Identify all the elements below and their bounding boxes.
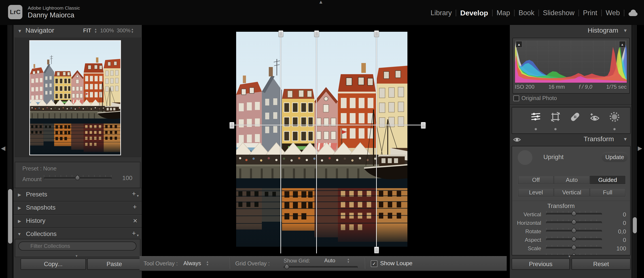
navigator-disclosure-icon[interactable]: ▼ [18, 28, 22, 34]
guide-handle[interactable] [314, 30, 319, 37]
tool-overlay-value[interactable]: Always [183, 260, 201, 267]
healing-tool-icon[interactable] [570, 111, 580, 122]
collections-add-menu-icon[interactable]: ▾ [137, 233, 139, 238]
filter-collections-input[interactable] [18, 242, 136, 251]
collections-disclosure-icon[interactable]: ▼ [17, 232, 22, 237]
upright-vertical-button[interactable]: Vertical [554, 188, 590, 197]
presets-add-menu-icon[interactable]: ▾ [137, 194, 139, 198]
navigator-zoom-stepper-icon[interactable]: ▴▾ [132, 27, 133, 33]
left-panel-scrollbar[interactable] [8, 189, 12, 244]
show-loupe-label[interactable]: Show Loupe [380, 260, 412, 267]
navigator-preview-box [15, 37, 141, 157]
navigator-zoom-100[interactable]: 100% [100, 27, 114, 34]
slider-value[interactable]: 0 [606, 237, 626, 244]
guide-handle[interactable] [230, 122, 234, 129]
sidebar-section-history[interactable]: ▶ History ✕ [14, 215, 142, 228]
module-library[interactable]: Library [427, 9, 456, 17]
left-panel-bottom-collapse-icon[interactable]: ▾ [76, 254, 78, 258]
sidebar-section-presets[interactable]: ▶ Presets + ▾ [14, 189, 142, 201]
history-disclosure-icon[interactable]: ▶ [18, 219, 21, 224]
guide-vertical-1[interactable] [280, 33, 281, 254]
snapshots-add-icon[interactable]: + [133, 203, 137, 211]
guide-handle[interactable] [278, 30, 283, 37]
guide-horizontal-1[interactable] [232, 125, 424, 125]
guide-handle[interactable] [374, 247, 379, 254]
history-clear-icon[interactable]: ✕ [133, 218, 138, 224]
collections-content-box [15, 239, 140, 257]
previous-button[interactable]: Previous [512, 259, 570, 270]
histogram-plot[interactable]: ▲ ▲ [515, 40, 627, 83]
navigator-fit-stepper-icon[interactable]: ▴▾ [95, 27, 96, 33]
cloud-sync-icon[interactable] [628, 9, 638, 17]
basic-adjustments-tool-icon[interactable] [530, 111, 541, 122]
original-photo-checkbox[interactable] [514, 95, 519, 101]
update-button[interactable]: Update [602, 152, 628, 162]
module-print[interactable]: Print [579, 9, 601, 17]
histogram-disclosure-icon[interactable]: ▼ [623, 28, 628, 33]
upright-type-group: Level Vertical Full [518, 188, 626, 197]
upright-off-button[interactable]: Off [518, 175, 554, 184]
shadow-clipping-indicator[interactable]: ▲ [516, 41, 522, 47]
module-book[interactable]: Book [514, 9, 538, 17]
presets-add-icon[interactable]: + [132, 190, 136, 198]
tool-overlay-stepper-icon[interactable]: ▴▾ [206, 260, 208, 266]
masking-tool-icon[interactable] [609, 111, 620, 122]
upright-level-button[interactable]: Level [518, 188, 554, 197]
upright-tool-button[interactable] [518, 150, 532, 165]
red-eye-tool-icon[interactable] [590, 111, 600, 122]
right-panel-scrollbar[interactable] [633, 217, 637, 233]
module-develop[interactable]: Develop [456, 9, 492, 17]
transform-enable-eye-icon[interactable] [513, 137, 521, 143]
right-panel-grip[interactable] [632, 25, 637, 278]
crop-tool-icon[interactable] [550, 111, 561, 122]
right-panel-bottom-collapse-icon[interactable]: ▾ [568, 254, 570, 259]
preset-amount-box: Preset : None Amount 100 [15, 162, 140, 188]
top-panel-reveal-icon[interactable]: ▲ [318, 0, 323, 5]
sidebar-section-snapshots[interactable]: ▶ Snapshots + [14, 202, 142, 214]
module-picker: Library Develop Map Book Slideshow Print… [427, 7, 638, 18]
left-panel-collapse-icon[interactable]: ◀ [1, 145, 5, 152]
guide-handle[interactable] [374, 30, 379, 37]
snapshots-disclosure-icon[interactable]: ▶ [18, 205, 21, 211]
upright-auto-button[interactable]: Auto [554, 175, 590, 184]
copy-button[interactable]: Copy... [20, 259, 86, 270]
grid-size-slider-track[interactable] [284, 266, 358, 269]
slider-label: Horizontal [512, 220, 541, 226]
module-map[interactable]: Map [492, 9, 514, 17]
slider-value[interactable]: 0,0 [606, 228, 626, 235]
presets-disclosure-icon[interactable]: ▶ [18, 192, 21, 197]
upright-label: Upright [544, 154, 564, 161]
show-grid-stepper-icon[interactable]: ▴▾ [348, 258, 349, 263]
slider-value[interactable]: 0 [606, 211, 626, 218]
grid-size-slider-handle[interactable] [284, 264, 290, 271]
navigator-thumbnail[interactable] [29, 40, 121, 155]
navigator-zoom-fit[interactable]: FIT [83, 27, 91, 34]
guide-vertical-3[interactable] [376, 33, 377, 248]
amount-value: 100 [113, 175, 132, 182]
exif-focal-length: 16 mm [548, 84, 565, 90]
slider-value[interactable]: 0,0 [606, 254, 626, 256]
highlight-clipping-indicator[interactable]: ▲ [619, 41, 626, 47]
reset-button[interactable]: Reset [572, 259, 630, 270]
collections-label: Collections [26, 230, 56, 238]
module-slideshow[interactable]: Slideshow [539, 9, 578, 17]
collections-add-icon[interactable]: + [132, 230, 136, 237]
upright-full-button[interactable]: Full [590, 188, 626, 197]
module-web[interactable]: Web [602, 9, 624, 17]
slider-label: X Offset [512, 254, 541, 256]
navigator-zoom-300[interactable]: 300% [117, 27, 130, 34]
upright-guided-button[interactable]: Guided [590, 175, 626, 184]
paste-button[interactable]: Paste [87, 259, 141, 270]
toolbar: Tool Overlay : Always ▴▾ Grid Overlay : … [140, 256, 507, 271]
original-photo-label[interactable]: Original Photo [522, 95, 557, 101]
guide-handle[interactable] [421, 122, 426, 129]
right-panel-collapse-icon[interactable]: ▶ [638, 145, 642, 152]
guide-vertical-2[interactable] [316, 33, 317, 254]
show-grid-value[interactable]: Auto [324, 258, 335, 264]
show-loupe-checkbox[interactable]: ✓ [371, 260, 378, 267]
transform-panel-title[interactable]: Transform [584, 135, 614, 143]
transform-disclosure-icon[interactable]: ▼ [623, 137, 628, 142]
slider-value[interactable]: 100 [606, 245, 626, 252]
preset-label: Preset : None [22, 165, 56, 172]
slider-value[interactable]: 0 [606, 220, 626, 227]
